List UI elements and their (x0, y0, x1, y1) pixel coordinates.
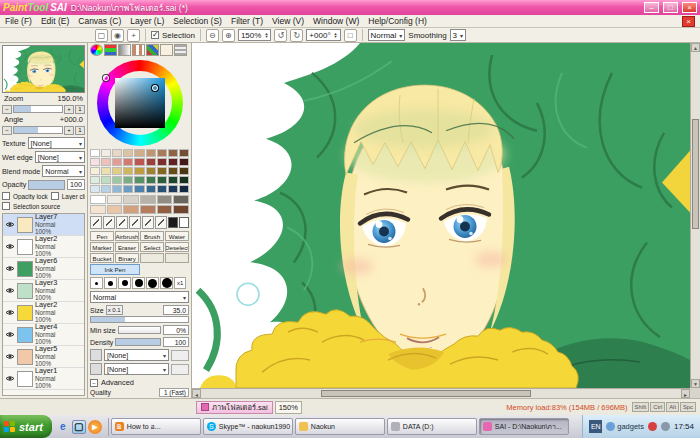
angle-value-combo[interactable]: +000°▲▼ (306, 29, 340, 41)
menu-filter[interactable]: Filter (T) (231, 16, 263, 26)
color-swatch[interactable] (173, 205, 189, 214)
scroll-left-arrow-icon[interactable]: ◄ (192, 389, 201, 398)
color-swatch[interactable] (140, 195, 156, 204)
zoom-plus-button[interactable] (64, 105, 74, 114)
color-swatch[interactable] (123, 195, 139, 204)
minimize-button[interactable]: – (644, 2, 659, 13)
color-swatch[interactable] (112, 185, 122, 193)
titlebar[interactable]: PaintToolSAI D:\Naokun\ภาพโฟลเดอร์.sai (… (0, 0, 700, 15)
menu-layer[interactable]: Layer (L) (130, 16, 164, 26)
minsize-value[interactable]: 0% (163, 325, 189, 335)
tool-water[interactable]: Water (165, 231, 189, 241)
color-swatch[interactable] (168, 167, 178, 175)
brush-tip-option[interactable] (146, 277, 159, 289)
background-color-well[interactable] (179, 217, 189, 228)
density-slider[interactable] (115, 338, 161, 346)
tool-marker[interactable]: Marker (90, 242, 114, 252)
color-swatch[interactable] (157, 149, 167, 157)
brush-tip-scale[interactable]: x1 (174, 277, 186, 289)
taskbar-window-howto[interactable]: 🗎 How to อ... (111, 418, 201, 435)
horizontal-scrollbar[interactable]: ◄ ► (192, 388, 690, 398)
brush-tip-option[interactable] (132, 277, 145, 289)
water-tool-icon[interactable] (142, 216, 154, 229)
layer-blendmode-select[interactable]: Normal (42, 165, 85, 177)
color-swatch[interactable] (146, 185, 156, 193)
layer-row[interactable]: Layer7Normal100% (3, 214, 84, 236)
layer-visibility-eye-icon[interactable] (5, 309, 15, 316)
pen-tool-icon[interactable] (90, 216, 102, 229)
color-swatch[interactable] (157, 167, 167, 175)
rotate-ccw-icon[interactable]: ↺ (274, 29, 287, 42)
vertical-scroll-thumb[interactable] (692, 119, 699, 229)
layer-visibility-eye-icon[interactable] (5, 265, 15, 272)
brush-tip-option[interactable] (104, 277, 117, 289)
color-swatch[interactable] (146, 149, 156, 157)
color-swatch[interactable] (112, 167, 122, 175)
color-swatch[interactable] (123, 176, 133, 184)
start-button[interactable]: start (0, 415, 52, 438)
color-swatch[interactable] (168, 149, 178, 157)
document-tab[interactable]: ภาพโฟลเดอร์.sai (196, 401, 273, 414)
color-swatch[interactable] (146, 176, 156, 184)
menu-help[interactable]: Help/Config (H) (368, 16, 427, 26)
navigator-thumbnail[interactable] (2, 45, 85, 93)
color-swatch[interactable] (107, 195, 123, 204)
tool-eraser[interactable]: Eraser (115, 242, 139, 252)
color-swatch[interactable] (112, 176, 122, 184)
rotate-cw-icon[interactable]: ↻ (290, 29, 303, 42)
color-swatch[interactable] (140, 205, 156, 214)
color-swatch[interactable] (90, 167, 100, 175)
tool-brush[interactable]: Brush (140, 231, 164, 241)
document-close-icon[interactable]: × (682, 16, 695, 27)
color-swatch[interactable] (134, 185, 144, 193)
color-swatch[interactable] (123, 205, 139, 214)
gadgets-toolbar[interactable]: gadgets (606, 422, 644, 431)
taskbar-window-folder[interactable]: Naokun (295, 418, 385, 435)
stabilizer-mode-select[interactable]: Normal▾ (368, 29, 406, 41)
color-swatch[interactable] (90, 176, 100, 184)
media-player-icon[interactable]: ▸ (88, 420, 102, 434)
tool-airbrush[interactable]: Airbrush (115, 231, 139, 241)
tool-pen[interactable]: Pen (90, 231, 114, 241)
color-swatch[interactable] (123, 185, 133, 193)
color-swatch[interactable] (134, 167, 144, 175)
texture-strength1[interactable] (171, 350, 189, 361)
layer-visibility-eye-icon[interactable] (5, 331, 15, 338)
layer-row[interactable]: Layer3Normal100% (3, 280, 84, 302)
taskbar-window-drive[interactable]: DATA (D:) (387, 418, 477, 435)
angle-slider[interactable] (13, 126, 63, 134)
zoom-reset-button[interactable] (75, 105, 85, 114)
color-swatch[interactable] (123, 167, 133, 175)
layer-visibility-eye-icon[interactable] (5, 287, 15, 294)
color-swatch[interactable] (179, 176, 189, 184)
color-swatch[interactable] (123, 158, 133, 166)
zoom-in-icon[interactable]: ⊕ (222, 29, 235, 42)
color-wheel[interactable] (90, 59, 189, 147)
color-swatch[interactable] (101, 149, 111, 157)
param-quality-value[interactable]: 1 (Fast) (159, 388, 189, 397)
tool-select[interactable]: Select (140, 242, 164, 252)
color-swatch[interactable] (112, 158, 122, 166)
angle-plus-button[interactable] (64, 126, 74, 135)
brush-texture-select1[interactable]: [None] (104, 349, 169, 361)
color-swatch[interactable] (101, 158, 111, 166)
rect-select-icon[interactable]: ▢ (95, 29, 108, 42)
tool-ink-pen-selected[interactable]: Ink Pen (90, 264, 140, 275)
menu-canvas[interactable]: Canvas (C) (78, 16, 121, 26)
layer-visibility-eye-icon[interactable] (5, 375, 15, 382)
layer-opacity-slider[interactable] (28, 180, 65, 190)
color-swatch[interactable] (134, 158, 144, 166)
color-swatch[interactable] (101, 185, 111, 193)
selection-checkbox[interactable] (151, 31, 159, 39)
menu-edit[interactable]: Edit (E) (41, 16, 69, 26)
color-swatch[interactable] (112, 149, 122, 157)
color-swatch[interactable] (179, 185, 189, 193)
color-swatch[interactable] (157, 176, 167, 184)
internet-explorer-icon[interactable]: e (56, 420, 70, 434)
color-swatch[interactable] (134, 149, 144, 157)
color-swatch[interactable] (146, 158, 156, 166)
layer-wetedge-select[interactable]: [None] (35, 151, 85, 163)
selection-source-checkbox[interactable] (2, 202, 10, 210)
show-desktop-icon[interactable]: ▢ (72, 420, 86, 434)
layer-visibility-eye-icon[interactable] (5, 243, 15, 250)
